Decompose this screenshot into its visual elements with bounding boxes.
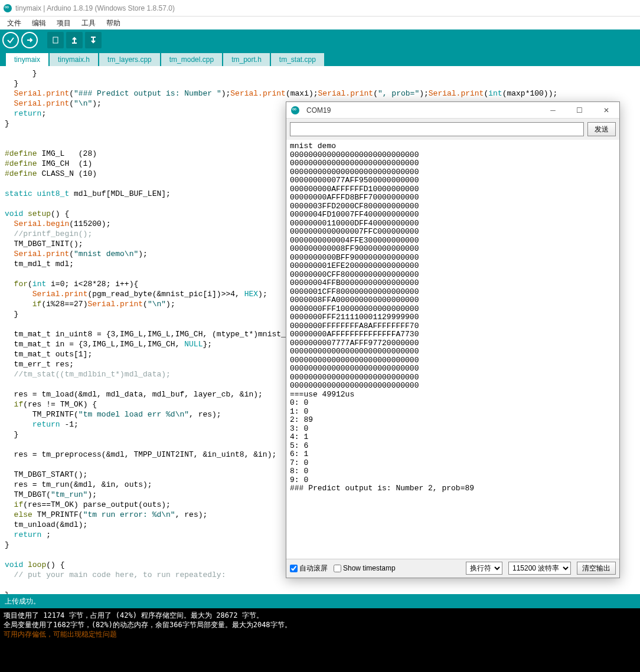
send-button[interactable]: 发送 bbox=[587, 122, 616, 136]
new-button[interactable] bbox=[47, 32, 64, 48]
titlebar: tinymaix | Arduino 1.8.19 (Windows Store… bbox=[0, 0, 640, 17]
console-line: 全局变量使用了1682字节，(82%)的动态内存，余留366字节局部变量。最大为… bbox=[4, 620, 636, 630]
menu-help[interactable]: 帮助 bbox=[102, 17, 125, 29]
arduino-icon bbox=[291, 106, 299, 114]
window-title: tinymaix | Arduino 1.8.19 (Windows Store… bbox=[15, 4, 175, 12]
menu-file[interactable]: 文件 bbox=[2, 17, 26, 29]
tab-tm-model[interactable]: tm_model.cpp bbox=[161, 53, 222, 66]
tabbar: tinymaix tinymaix.h tm_layers.cpp tm_mod… bbox=[0, 51, 640, 66]
line-ending-select[interactable]: 换行符 bbox=[466, 562, 502, 575]
menu-tools[interactable]: 工具 bbox=[77, 17, 100, 29]
minimize-button[interactable]: ─ bbox=[540, 102, 566, 119]
tab-tm-stat[interactable]: tm_stat.cpp bbox=[271, 53, 324, 66]
maximize-button[interactable]: ☐ bbox=[566, 102, 593, 119]
tab-tm-layers[interactable]: tm_layers.cpp bbox=[99, 53, 160, 66]
tab-tinymaix-h[interactable]: tinymaix.h bbox=[50, 53, 98, 66]
serial-output[interactable]: mnist demo 0000000000000000000000000000 … bbox=[286, 140, 619, 559]
baud-select[interactable]: 115200 波特率 bbox=[508, 562, 571, 575]
status-text: 上传成功。 bbox=[5, 596, 40, 607]
output-console: 项目使用了 12174 字节，占用了 (42%) 程序存储空间。最大为 2867… bbox=[0, 608, 640, 672]
serial-input[interactable] bbox=[290, 122, 584, 136]
menubar: 文件 编辑 项目 工具 帮助 bbox=[0, 17, 640, 29]
menu-edit[interactable]: 编辑 bbox=[27, 17, 51, 29]
autoscroll-checkbox[interactable]: 自动滚屏 bbox=[290, 563, 328, 573]
toolbar bbox=[0, 29, 640, 51]
open-button[interactable] bbox=[66, 32, 83, 48]
statusbar: 上传成功。 bbox=[0, 594, 640, 608]
svg-rect-0 bbox=[53, 37, 58, 43]
arduino-icon bbox=[4, 4, 12, 12]
serial-monitor-window: COM19 ─ ☐ ✕ 发送 mnist demo 00000000000000… bbox=[286, 101, 620, 578]
clear-output-button[interactable]: 清空输出 bbox=[577, 562, 616, 575]
verify-button[interactable] bbox=[2, 32, 19, 48]
serial-titlebar[interactable]: COM19 ─ ☐ ✕ bbox=[286, 102, 619, 119]
tab-tinymaix[interactable]: tinymaix bbox=[6, 53, 48, 66]
upload-button[interactable] bbox=[21, 32, 38, 48]
menu-sketch[interactable]: 项目 bbox=[52, 17, 76, 29]
serial-title: COM19 bbox=[306, 106, 331, 114]
save-button[interactable] bbox=[85, 32, 102, 48]
console-warning: 可用内存偏低，可能出现稳定性问题 bbox=[4, 630, 636, 639]
console-line: 项目使用了 12174 字节，占用了 (42%) 程序存储空间。最大为 2867… bbox=[4, 611, 636, 620]
close-button[interactable]: ✕ bbox=[593, 102, 619, 119]
tab-tm-port[interactable]: tm_port.h bbox=[223, 53, 270, 66]
timestamp-checkbox[interactable]: Show timestamp bbox=[334, 564, 396, 572]
